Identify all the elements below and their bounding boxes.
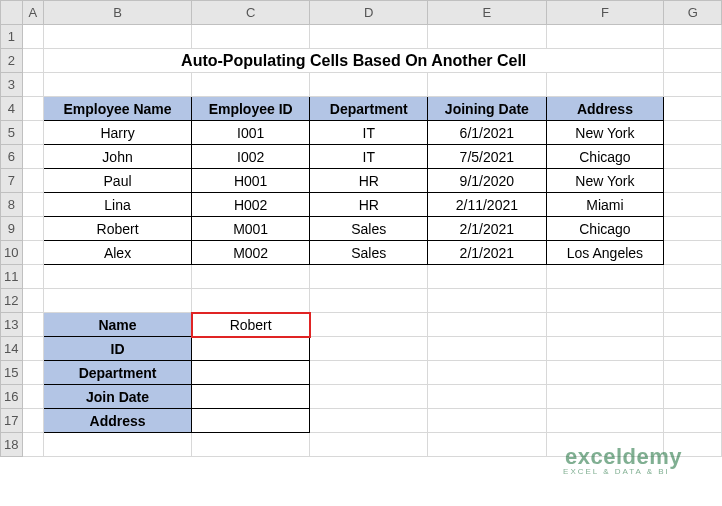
lookup-label-department[interactable]: Department [44, 361, 192, 385]
table-cell[interactable]: I001 [192, 121, 310, 145]
row-10[interactable]: 10 [1, 241, 23, 265]
col-C[interactable]: C [192, 1, 310, 25]
cell[interactable] [310, 25, 428, 49]
cell[interactable] [428, 265, 546, 289]
cell[interactable] [22, 169, 43, 193]
col-E[interactable]: E [428, 1, 546, 25]
table-cell[interactable]: New York [546, 121, 664, 145]
cell[interactable] [428, 433, 546, 457]
table-cell[interactable]: Sales [310, 217, 428, 241]
cell[interactable] [428, 73, 546, 97]
col-A[interactable]: A [22, 1, 43, 25]
cell[interactable] [310, 361, 428, 385]
cell[interactable] [664, 361, 722, 385]
table-cell[interactable]: Paul [44, 169, 192, 193]
table-cell[interactable]: M001 [192, 217, 310, 241]
cell[interactable] [22, 121, 43, 145]
table-cell[interactable]: 2/11/2021 [428, 193, 546, 217]
cell[interactable] [546, 361, 664, 385]
table-cell[interactable]: IT [310, 121, 428, 145]
table-cell[interactable]: John [44, 145, 192, 169]
cell[interactable] [546, 337, 664, 361]
col-B[interactable]: B [44, 1, 192, 25]
table-cell[interactable]: Harry [44, 121, 192, 145]
table-cell[interactable]: Robert [44, 217, 192, 241]
table-cell[interactable]: M002 [192, 241, 310, 265]
cell[interactable] [428, 361, 546, 385]
cell[interactable] [22, 25, 43, 49]
cell[interactable] [664, 73, 722, 97]
table-cell[interactable]: 6/1/2021 [428, 121, 546, 145]
row-6[interactable]: 6 [1, 145, 23, 169]
cell[interactable] [428, 337, 546, 361]
cell[interactable] [44, 433, 192, 457]
cell[interactable] [22, 193, 43, 217]
cell[interactable] [428, 409, 546, 433]
row-15[interactable]: 15 [1, 361, 23, 385]
table-cell[interactable]: H002 [192, 193, 310, 217]
cell[interactable] [546, 25, 664, 49]
cell[interactable] [44, 73, 192, 97]
cell[interactable] [546, 409, 664, 433]
cell[interactable] [310, 265, 428, 289]
page-title[interactable]: Auto-Populating Cells Based On Another C… [44, 49, 664, 73]
cell[interactable] [428, 313, 546, 337]
row-5[interactable]: 5 [1, 121, 23, 145]
cell[interactable] [22, 361, 43, 385]
row-3[interactable]: 3 [1, 73, 23, 97]
table-header[interactable]: Employee Name [44, 97, 192, 121]
table-header[interactable]: Address [546, 97, 664, 121]
cell[interactable] [44, 265, 192, 289]
lookup-value-id[interactable] [192, 337, 310, 361]
row-9[interactable]: 9 [1, 217, 23, 241]
table-cell[interactable]: 2/1/2021 [428, 241, 546, 265]
cell[interactable] [192, 73, 310, 97]
cell[interactable] [546, 289, 664, 313]
cell[interactable] [664, 241, 722, 265]
cell[interactable] [664, 289, 722, 313]
lookup-value-name[interactable]: Robert [192, 313, 310, 337]
row-4[interactable]: 4 [1, 97, 23, 121]
row-17[interactable]: 17 [1, 409, 23, 433]
lookup-label-address[interactable]: Address [44, 409, 192, 433]
table-cell[interactable]: Chicago [546, 217, 664, 241]
table-cell[interactable]: H001 [192, 169, 310, 193]
cell[interactable] [22, 97, 43, 121]
lookup-value-address[interactable] [192, 409, 310, 433]
row-18[interactable]: 18 [1, 433, 23, 457]
cell[interactable] [22, 49, 43, 73]
cell[interactable] [546, 73, 664, 97]
cell[interactable] [22, 385, 43, 409]
lookup-label-id[interactable]: ID [44, 337, 192, 361]
cell[interactable] [192, 433, 310, 457]
table-cell[interactable]: IT [310, 145, 428, 169]
lookup-label-name[interactable]: Name [44, 313, 192, 337]
row-7[interactable]: 7 [1, 169, 23, 193]
row-2[interactable]: 2 [1, 49, 23, 73]
cell[interactable] [664, 97, 722, 121]
cell[interactable] [22, 433, 43, 457]
cell[interactable] [22, 241, 43, 265]
table-cell[interactable]: Alex [44, 241, 192, 265]
cell[interactable] [664, 217, 722, 241]
cell[interactable] [192, 289, 310, 313]
row-14[interactable]: 14 [1, 337, 23, 361]
row-16[interactable]: 16 [1, 385, 23, 409]
row-11[interactable]: 11 [1, 265, 23, 289]
table-cell[interactable]: I002 [192, 145, 310, 169]
table-cell[interactable]: 9/1/2020 [428, 169, 546, 193]
cell[interactable] [428, 25, 546, 49]
cell[interactable] [664, 145, 722, 169]
lookup-label-joindate[interactable]: Join Date [44, 385, 192, 409]
cell[interactable] [44, 25, 192, 49]
table-cell[interactable]: Miami [546, 193, 664, 217]
cell[interactable] [664, 193, 722, 217]
cell[interactable] [664, 25, 722, 49]
cell[interactable] [664, 121, 722, 145]
col-F[interactable]: F [546, 1, 664, 25]
table-cell[interactable]: 7/5/2021 [428, 145, 546, 169]
cell[interactable] [664, 385, 722, 409]
cell[interactable] [310, 73, 428, 97]
cell[interactable] [22, 73, 43, 97]
cell[interactable] [664, 169, 722, 193]
